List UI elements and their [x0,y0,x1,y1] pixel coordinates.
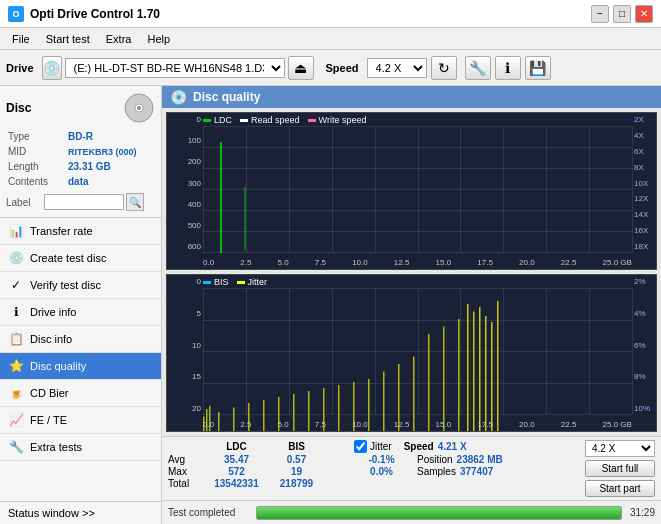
contents-value: data [68,175,153,188]
chart-bis: 20151050 10%8%6%4%2% BIS Jitter [166,274,657,432]
avg-bis: 0.57 [269,454,324,465]
speed-select-stats[interactable]: 4.2 X [585,440,655,457]
chart2-svg [203,289,503,432]
chart2-y-axis-left: 20151050 [167,275,203,415]
ldc-label: LDC [214,115,232,125]
status-window-button[interactable]: Status window >> [0,501,161,524]
sidebar-item-verify-test-disc[interactable]: ✓ Verify test disc [0,272,161,299]
write-speed-color [308,119,316,122]
chart2-y-axis-right: 10%8%6%4%2% [632,275,656,415]
chart2-x-axis: 0.02.55.07.510.012.515.017.520.022.525.0… [203,420,632,429]
disc-quality-header: 💿 Disc quality [162,86,661,108]
info-button[interactable]: ℹ [495,56,521,80]
chart1-y-axis-left: 6005004003002001000 [167,113,203,253]
drive-info-icon: ℹ [8,304,24,320]
progress-bar-fill [257,507,621,519]
menu-start-test[interactable]: Start test [38,31,98,47]
sidebar-item-disc-quality[interactable]: ⭐ Disc quality [0,353,161,380]
drive-select[interactable]: (E:) HL-DT-ST BD-RE WH16NS48 1.D3 [65,58,285,78]
grid-v-9 [589,127,590,253]
chart1-y-axis-right: 18X16X14X12X10X8X6X4X2X [632,113,656,253]
disc-panel: Disc Type BD-R MID RITEKBR3 (000) Length [0,86,161,218]
settings-button[interactable]: 🔧 [465,56,491,80]
jitter-label: Jitter [248,277,268,287]
grid-v-7 [503,127,504,253]
sidebar-item-transfer-rate[interactable]: 📊 Transfer rate [0,218,161,245]
grid-v-8 [546,127,547,253]
sidebar-item-disc-info[interactable]: 📋 Disc info [0,326,161,353]
max-ldc: 572 [204,466,269,477]
disc-info-table: Type BD-R MID RITEKBR3 (000) Length 23.3… [6,128,155,190]
menu-bar: File Start test Extra Help [0,28,661,50]
label-label: Label [6,197,44,208]
svg-point-2 [137,106,141,110]
legend-read-speed: Read speed [240,115,300,125]
avg-ldc: 35.47 [204,454,269,465]
menu-file[interactable]: File [4,31,38,47]
sidebar-item-fe-te[interactable]: 📈 FE / TE [0,407,161,434]
fe-te-icon: 📈 [8,412,24,428]
bis-label: BIS [214,277,229,287]
app-title: Opti Drive Control 1.70 [30,7,160,21]
disc-quality-icon: ⭐ [8,358,24,374]
status-window-label: Status window >> [8,507,95,519]
label-input[interactable] [44,194,124,210]
save-button[interactable]: 💾 [525,56,551,80]
jitter-checkbox-container[interactable]: Jitter [354,440,392,453]
chart1-x-axis: 0.02.55.07.510.012.515.017.520.022.525.0… [203,258,632,267]
status-bar: Test completed 31:29 [162,500,661,524]
create-test-disc-icon: 💿 [8,250,24,266]
chart2-legend: BIS Jitter [203,277,267,287]
title-bar-left: O Opti Drive Control 1.70 [8,6,160,22]
menu-extra[interactable]: Extra [98,31,140,47]
position-label: Position [417,454,453,465]
verify-test-disc-icon: ✓ [8,277,24,293]
speed-col-value: 4.21 X [438,441,467,452]
samples-value: 377407 [460,466,493,477]
charts-container: 6005004003002001000 18X16X14X12X10X8X6X4… [162,108,661,436]
minimize-button[interactable]: − [591,5,609,23]
disc-panel-title: Disc [6,101,31,115]
jitter-checkbox[interactable] [354,440,367,453]
legend-bis: BIS [203,277,229,287]
svg-rect-33 [497,301,499,432]
svg-rect-28 [467,304,469,432]
grid2-v-8 [546,289,547,415]
svg-rect-3 [203,127,503,270]
bis-color [203,281,211,284]
disc-svg-icon [123,92,155,124]
title-controls: − □ ✕ [591,5,653,23]
legend-ldc: LDC [203,115,232,125]
speed-select[interactable]: 4.2 X [367,58,427,78]
sidebar-item-cd-bier[interactable]: 🍺 CD Bier [0,380,161,407]
max-row-label: Max [168,466,204,477]
create-test-disc-label: Create test disc [30,252,106,264]
avg-jitter: -0.1% [354,454,409,465]
disc-info-label: Disc info [30,333,72,345]
menu-help[interactable]: Help [139,31,178,47]
close-button[interactable]: ✕ [635,5,653,23]
svg-rect-30 [479,307,481,432]
sidebar-item-drive-info[interactable]: ℹ Drive info [0,299,161,326]
grid2-v-10 [632,289,633,415]
eject-button[interactable]: ⏏ [288,56,314,80]
transfer-rate-icon: 📊 [8,223,24,239]
mid-label: MID [8,145,66,158]
sidebar-item-extra-tests[interactable]: 🔧 Extra tests [0,434,161,461]
ldc-col-header: LDC [204,441,269,452]
drive-icon-btn: 💿 [42,56,62,80]
sidebar-item-create-test-disc[interactable]: 💿 Create test disc [0,245,161,272]
start-full-button[interactable]: Start full [585,460,655,477]
start-part-button[interactable]: Start part [585,480,655,497]
refresh-button[interactable]: ↻ [431,56,457,80]
svg-rect-25 [428,334,430,432]
jitter-col-header: Jitter [370,441,392,452]
position-value: 23862 MB [457,454,503,465]
ldc-color [203,119,211,122]
maximize-button[interactable]: □ [613,5,631,23]
type-label: Type [8,130,66,143]
label-browse-button[interactable]: 🔍 [126,193,144,211]
main-layout: Disc Type BD-R MID RITEKBR3 (000) Length [0,86,661,524]
ldc-bars [203,142,245,253]
contents-label: Contents [8,175,66,188]
